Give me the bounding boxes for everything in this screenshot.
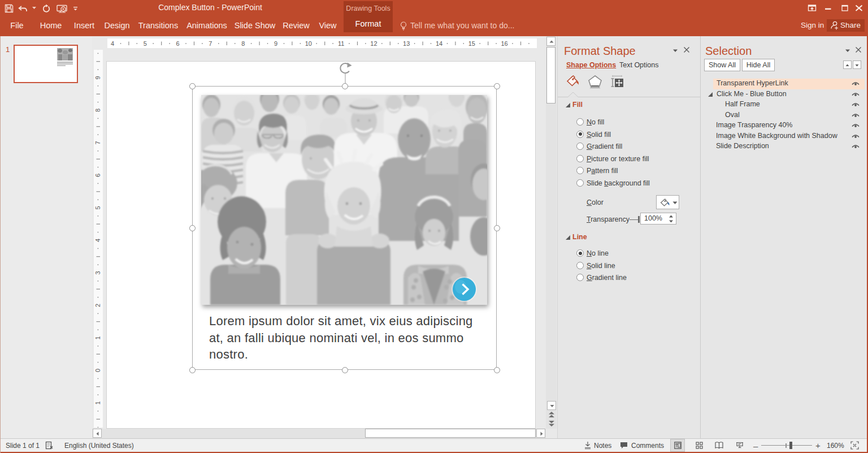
- svg-text:1: 1: [94, 336, 101, 339]
- svg-text:11: 11: [338, 40, 344, 47]
- svg-text:13: 13: [403, 40, 410, 47]
- svg-text:5: 5: [144, 40, 147, 47]
- svg-text:5: 5: [94, 206, 101, 209]
- svg-text:7: 7: [209, 40, 212, 47]
- svg-text:6: 6: [176, 40, 180, 47]
- svg-text:2: 2: [94, 304, 101, 307]
- svg-text:3: 3: [94, 271, 101, 274]
- svg-text:6: 6: [94, 174, 101, 177]
- svg-text:7: 7: [94, 141, 101, 144]
- svg-text:4: 4: [94, 239, 101, 242]
- svg-text:14: 14: [436, 40, 442, 47]
- svg-text:10: 10: [305, 40, 312, 47]
- svg-text:8: 8: [94, 109, 101, 112]
- svg-text:12: 12: [370, 40, 377, 47]
- svg-text:4: 4: [111, 40, 114, 47]
- svg-text:16: 16: [501, 40, 507, 47]
- svg-text:9: 9: [274, 40, 277, 47]
- svg-text:8: 8: [241, 40, 245, 47]
- svg-text:9: 9: [94, 76, 101, 79]
- svg-text:1: 1: [94, 401, 101, 404]
- svg-text:15: 15: [468, 40, 475, 47]
- svg-text:0: 0: [94, 369, 101, 372]
